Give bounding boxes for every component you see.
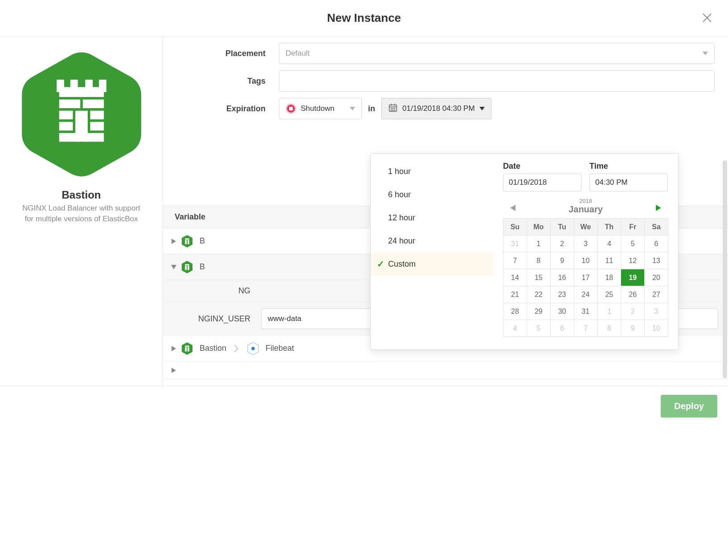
expand-icon [170, 346, 177, 351]
bastion-hex-icon [181, 260, 193, 274]
calendar-next-button[interactable] [656, 205, 661, 213]
placement-value: Default [286, 49, 310, 58]
preset-label: 24 hour [388, 236, 415, 246]
close-button[interactable] [702, 12, 712, 25]
calendar-day[interactable]: 28 [503, 303, 527, 320]
placement-select[interactable]: Default [279, 43, 715, 64]
calendar-day[interactable]: 9 [621, 320, 645, 337]
svg-rect-26 [185, 238, 189, 239]
chevron-down-icon [350, 107, 355, 110]
tree-bastion-label: Bastion [200, 344, 226, 353]
svg-rect-32 [188, 266, 189, 270]
calendar-dow: Fr [621, 219, 645, 235]
date-label: Date [503, 162, 581, 171]
svg-rect-8 [82, 100, 103, 109]
date-input[interactable] [503, 174, 581, 191]
calendar-prev-button[interactable] [510, 205, 515, 213]
datetime-popover: ✓1 hour✓6 hour✓12 hour✓24 hour✓Custom Da… [370, 153, 679, 350]
calendar-day[interactable]: 12 [621, 252, 645, 269]
calendar-day[interactable]: 5 [621, 235, 645, 252]
time-input[interactable] [589, 174, 668, 191]
calendar-day[interactable]: 3 [574, 235, 597, 252]
expiration-action-select[interactable]: Shutdown [279, 98, 362, 119]
calendar-day[interactable]: 11 [597, 252, 621, 269]
calendar-day[interactable]: 24 [574, 286, 597, 303]
calendar-day[interactable]: 6 [645, 235, 668, 252]
tree-row-more[interactable] [163, 361, 728, 379]
calendar-month: January [503, 204, 668, 215]
calendar-day[interactable]: 1 [597, 303, 621, 320]
preset-label: Custom [388, 260, 416, 269]
preset-label: 6 hour [388, 190, 411, 199]
calendar-day[interactable]: 31 [574, 303, 597, 320]
calendar-day[interactable]: 8 [527, 252, 550, 269]
svg-point-37 [251, 347, 254, 350]
calendar-year: 2018 [503, 198, 668, 204]
calendar-day[interactable]: 16 [550, 269, 574, 286]
calendar-day[interactable]: 2 [621, 303, 645, 320]
calendar-day[interactable]: 17 [574, 269, 597, 286]
datetime-button[interactable]: 01/19/2018 04:30 PM [381, 98, 491, 119]
dialog-body: Bastion NGINX Load Balancer with support… [0, 37, 728, 386]
tree-label: B [200, 262, 205, 272]
calendar-day[interactable]: 21 [503, 286, 527, 303]
calendar-day[interactable]: 4 [597, 235, 621, 252]
calendar-day[interactable]: 6 [550, 320, 574, 337]
placement-label: Placement [176, 49, 279, 58]
calendar-day[interactable]: 31 [503, 235, 527, 252]
svg-marker-33 [172, 346, 176, 351]
calendar-day[interactable]: 25 [597, 286, 621, 303]
deploy-button[interactable]: Deploy [661, 395, 717, 418]
calendar-dow: We [574, 219, 597, 235]
svg-marker-25 [172, 239, 176, 244]
calendar-day[interactable]: 15 [527, 269, 550, 286]
calendar-day[interactable]: 10 [574, 252, 597, 269]
svg-rect-4 [70, 80, 78, 92]
calendar-day[interactable]: 7 [574, 320, 597, 337]
expand-icon [170, 368, 177, 373]
calendar-day[interactable]: 2 [550, 235, 574, 252]
tags-label: Tags [176, 77, 279, 86]
calendar-day[interactable]: 14 [503, 269, 527, 286]
svg-marker-39 [510, 205, 515, 211]
chevron-down-icon [703, 52, 708, 55]
svg-point-22 [391, 110, 392, 110]
expand-icon [170, 239, 177, 244]
calendar-day[interactable]: 1 [527, 235, 550, 252]
svg-rect-10 [90, 111, 104, 120]
filebeat-hex-icon [247, 342, 259, 355]
svg-point-23 [393, 110, 393, 110]
preset-option[interactable]: ✓1 hour [371, 160, 493, 183]
calendar-day[interactable]: 8 [597, 320, 621, 337]
calendar-day[interactable]: 3 [645, 303, 668, 320]
calendar-day[interactable]: 20 [645, 269, 668, 286]
calendar-day[interactable]: 30 [550, 303, 574, 320]
calendar-day[interactable]: 4 [503, 320, 527, 337]
dialog-footer: Deploy [0, 386, 728, 426]
calendar-day[interactable]: 13 [645, 252, 668, 269]
scrollbar[interactable] [723, 160, 727, 378]
calendar-day[interactable]: 9 [550, 252, 574, 269]
calendar-icon [388, 103, 398, 115]
preset-option[interactable]: ✓6 hour [371, 183, 493, 206]
tags-input[interactable] [279, 70, 715, 92]
preset-option[interactable]: ✓12 hour [371, 206, 493, 229]
calendar-day[interactable]: 26 [621, 286, 645, 303]
calendar-day[interactable]: 5 [527, 320, 550, 337]
calendar-day[interactable]: 29 [527, 303, 550, 320]
box-hex-icon [19, 50, 144, 181]
calendar-day[interactable]: 23 [550, 286, 574, 303]
calendar-day[interactable]: 18 [597, 269, 621, 286]
calendar-day[interactable]: 7 [503, 252, 527, 269]
bastion-hex-icon [181, 235, 193, 248]
calendar-day[interactable]: 22 [527, 286, 550, 303]
preset-option[interactable]: ✓Custom [371, 252, 493, 276]
svg-marker-40 [656, 205, 661, 211]
preset-option[interactable]: ✓24 hour [371, 229, 493, 252]
calendar-dow: Th [597, 219, 621, 235]
calendar-dow: Tu [550, 219, 574, 235]
calendar-day[interactable]: 27 [645, 286, 668, 303]
calendar-day[interactable]: 10 [645, 320, 668, 337]
calendar-day[interactable]: 19 [621, 269, 645, 286]
svg-rect-2 [59, 87, 103, 97]
